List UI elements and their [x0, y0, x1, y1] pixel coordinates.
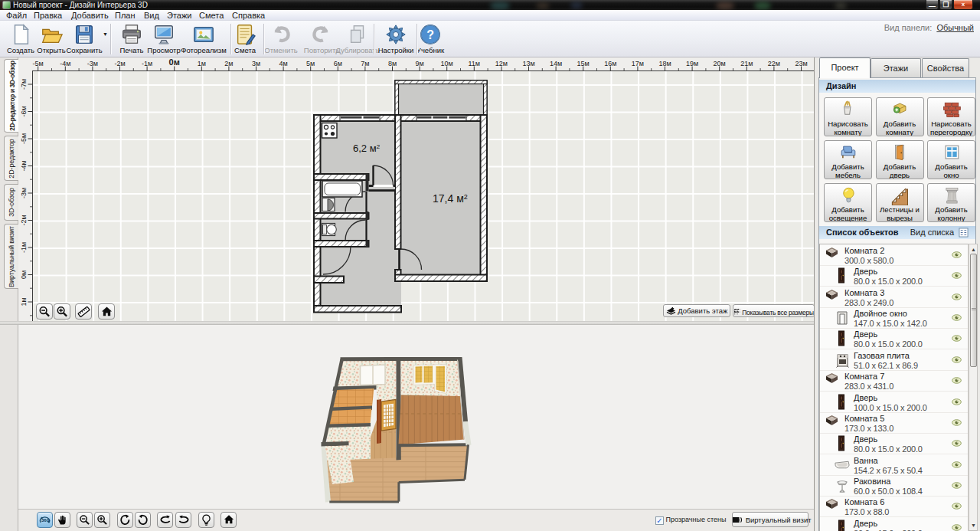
svg-text:19м: 19м [686, 60, 698, 67]
svg-text:-3м: -3м [87, 60, 98, 67]
svg-text:17м: 17м [632, 60, 644, 67]
svg-text:5м: 5м [306, 60, 315, 67]
svg-text:11м: 11м [469, 60, 481, 67]
svg-text:13м: 13м [522, 60, 534, 67]
svg-text:4м: 4м [279, 60, 287, 67]
svg-text:0м: 0м [169, 57, 180, 67]
svg-text:-4м: -4м [60, 60, 70, 67]
svg-text:2м: 2м [224, 60, 233, 67]
svg-text:-5м: -5м [33, 60, 44, 67]
svg-text:23м: 23м [795, 60, 807, 67]
svg-text:-1м: -1м [142, 60, 152, 67]
svg-text:8м: 8м [388, 60, 397, 67]
svg-text:-2м: -2м [114, 60, 125, 67]
svg-text:21м: 21м [740, 60, 753, 67]
svg-text:-6м: -6м [20, 106, 28, 116]
svg-text:9м: 9м [415, 60, 423, 67]
svg-text:16м: 16м [604, 60, 616, 67]
svg-text:22м: 22м [768, 60, 780, 67]
svg-text:6м: 6м [334, 60, 342, 67]
svg-text:-2м: -2м [20, 215, 28, 225]
svg-text:-7м: -7м [20, 79, 28, 90]
svg-text:6,2 м2: 6,2 м2 [353, 143, 381, 154]
svg-text:-1м: -1м [20, 242, 28, 253]
svg-text:12м: 12м [495, 60, 508, 67]
svg-text:-4м: -4м [20, 160, 28, 171]
svg-text:3м: 3м [252, 60, 260, 67]
svg-text:20м: 20м [714, 60, 726, 67]
svg-text:15м: 15м [577, 60, 590, 67]
svg-text:10м: 10м [441, 60, 453, 67]
svg-text:?: ? [426, 28, 434, 41]
svg-text:0м: 0м [20, 270, 28, 279]
svg-text:7м: 7м [361, 60, 369, 67]
svg-text:17,4 м2: 17,4 м2 [433, 192, 468, 205]
svg-text:14м: 14м [550, 60, 562, 67]
svg-text:-3м: -3м [20, 188, 28, 198]
svg-text:1м: 1м [20, 297, 28, 306]
svg-text:18м: 18м [658, 60, 671, 67]
svg-text:1м: 1м [198, 60, 206, 67]
svg-text:-5м: -5м [20, 133, 28, 144]
